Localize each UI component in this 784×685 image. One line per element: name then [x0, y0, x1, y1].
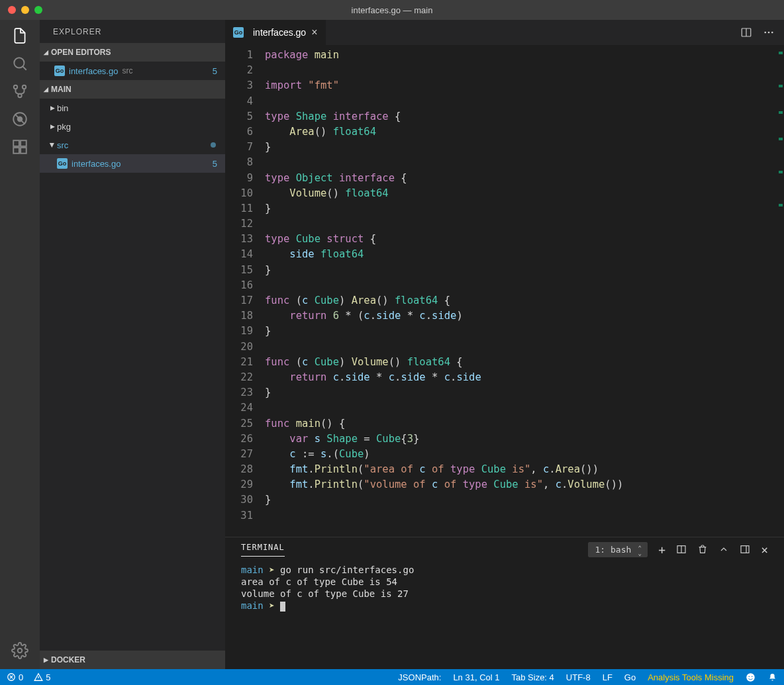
folder-pkg[interactable]: ▶ pkg [40, 117, 225, 136]
status-cursor-position[interactable]: Ln 31, Col 1 [453, 672, 499, 682]
warning-count: 5 [46, 672, 50, 682]
svg-point-22 [749, 676, 750, 677]
panel-layout-icon[interactable] [740, 544, 750, 555]
chevron-right-icon: ▶ [48, 105, 57, 111]
svg-rect-9 [21, 148, 26, 154]
file-interfaces-go[interactable]: Go interfaces.go 5 [40, 154, 225, 173]
svg-point-2 [23, 85, 26, 89]
open-editor-path: src [122, 66, 132, 75]
chevron-right-icon: ▶ [44, 657, 48, 663]
folder-src[interactable]: ▶ src [40, 136, 225, 154]
split-editor-icon[interactable] [740, 26, 752, 38]
file-badge: 5 [213, 159, 217, 169]
svg-point-5 [18, 117, 23, 122]
go-file-icon: Go [54, 66, 65, 76]
terminal-panel: TERMINAL 1: bash + × [225, 537, 784, 669]
line-gutter: 1234567891011121314151617181920212223242… [225, 45, 265, 537]
extensions-icon[interactable] [11, 138, 29, 156]
status-warnings[interactable]: 5 [34, 672, 50, 682]
minimap-marker [779, 52, 783, 54]
maximize-panel-icon[interactable] [718, 544, 729, 555]
status-jsonpath[interactable]: JSONPath: [398, 672, 441, 682]
project-label: MAIN [51, 85, 72, 94]
docker-section-header[interactable]: ▶ DOCKER [40, 651, 225, 669]
titlebar: interfaces.go — main [0, 0, 784, 20]
open-editor-badge: 5 [213, 66, 217, 76]
open-editor-filename: interfaces.go [69, 66, 118, 76]
panel-tabs: TERMINAL 1: bash + × [225, 537, 784, 561]
minimap-marker [779, 138, 783, 140]
minimap-marker [779, 171, 783, 173]
status-analysis-tools[interactable]: Analysis Tools Missing [648, 672, 734, 682]
svg-rect-7 [21, 140, 26, 146]
svg-point-0 [14, 58, 24, 68]
editor-area: Go interfaces.go × 123456789101112131415… [225, 20, 784, 669]
window-title: interfaces.go — main [352, 5, 433, 15]
split-terminal-icon[interactable] [676, 544, 687, 555]
svg-rect-18 [741, 546, 749, 553]
terminal-selector[interactable]: 1: bash [588, 542, 648, 557]
more-actions-icon[interactable] [763, 26, 775, 38]
source-control-icon[interactable] [11, 82, 29, 101]
svg-point-10 [18, 649, 23, 653]
close-window-button[interactable] [8, 6, 16, 14]
svg-point-21 [746, 673, 755, 682]
go-file-icon: Go [57, 158, 68, 169]
close-tab-icon[interactable]: × [311, 26, 317, 38]
activity-bar [0, 20, 40, 669]
svg-rect-6 [13, 140, 19, 146]
svg-point-14 [768, 32, 770, 34]
kill-terminal-icon[interactable] [697, 544, 708, 555]
error-count: 0 [19, 672, 23, 682]
status-eol[interactable]: LF [603, 672, 612, 682]
status-encoding[interactable]: UTF-8 [566, 672, 591, 682]
chevron-down-icon: ◢ [44, 49, 48, 56]
folder-bin[interactable]: ▶ bin [40, 99, 225, 117]
svg-point-23 [752, 676, 753, 677]
folder-label: bin [57, 103, 68, 113]
new-terminal-icon[interactable]: + [658, 543, 665, 557]
tab-label: interfaces.go [253, 27, 306, 38]
explorer-icon[interactable] [11, 26, 29, 45]
status-errors[interactable]: 0 [7, 672, 23, 682]
open-editors-label: OPEN EDITORS [51, 48, 111, 57]
status-tab-size[interactable]: Tab Size: 4 [512, 672, 554, 682]
close-panel-icon[interactable]: × [761, 543, 768, 557]
settings-gear-icon[interactable] [11, 641, 29, 660]
open-editors-header[interactable]: ◢ OPEN EDITORS [40, 43, 225, 62]
window-controls [0, 6, 42, 14]
chevron-right-icon: ▶ [48, 123, 57, 130]
open-editor-item[interactable]: Go interfaces.go src 5 [40, 62, 225, 80]
minimap-marker [779, 85, 783, 87]
search-icon[interactable] [11, 54, 29, 73]
sidebar-title: EXPLORER [40, 20, 225, 43]
svg-point-15 [771, 32, 773, 34]
code-content[interactable]: package main import "fmt" type Shape int… [265, 45, 784, 537]
minimap-marker [779, 204, 783, 206]
modified-dot-icon [211, 142, 216, 148]
terminal-body[interactable]: main ➤ go run src/interfaces.goarea of c… [225, 561, 784, 669]
folder-label: pkg [57, 122, 71, 132]
maximize-window-button[interactable] [34, 6, 42, 14]
minimap-marker [779, 111, 783, 114]
status-feedback-icon[interactable] [746, 672, 756, 682]
chevron-down-icon: ▶ [49, 140, 56, 150]
status-bar: 0 5 JSONPath: Ln 31, Col 1 Tab Size: 4 U… [0, 669, 784, 685]
tab-interfaces-go[interactable]: Go interfaces.go × [225, 20, 326, 45]
debug-icon[interactable] [11, 110, 29, 128]
editor-tabs: Go interfaces.go × [225, 20, 784, 45]
folder-label: src [57, 140, 68, 150]
status-bell-icon[interactable] [767, 672, 777, 682]
editor-actions [740, 26, 784, 38]
chevron-down-icon: ◢ [44, 86, 48, 93]
go-file-icon: Go [233, 27, 244, 38]
svg-point-1 [14, 85, 17, 89]
terminal-tab[interactable]: TERMINAL [241, 543, 285, 557]
minimize-window-button[interactable] [21, 6, 29, 14]
file-label: interfaces.go [72, 159, 121, 169]
project-header[interactable]: ◢ MAIN [40, 80, 225, 99]
code-editor[interactable]: 1234567891011121314151617181920212223242… [225, 45, 784, 537]
status-language[interactable]: Go [624, 672, 636, 682]
svg-point-13 [764, 32, 766, 34]
docker-label: DOCKER [51, 655, 85, 664]
